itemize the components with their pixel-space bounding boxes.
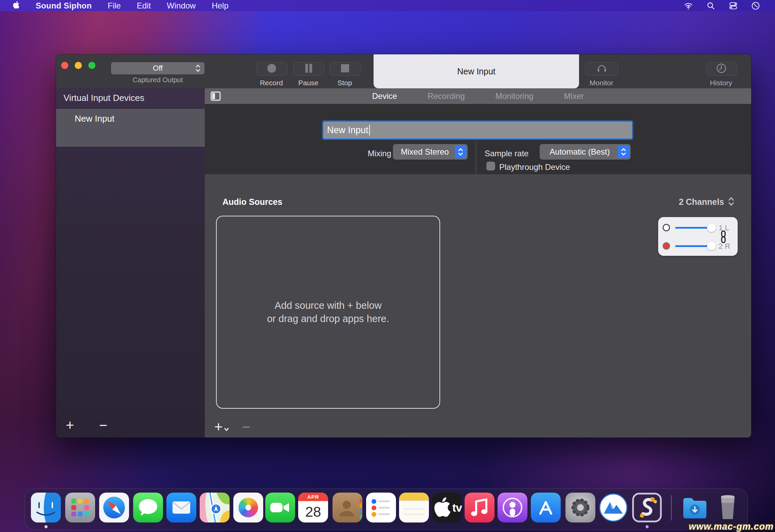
dock-launchpad-icon[interactable]: [65, 493, 95, 522]
channel-1-slider-knob[interactable]: [707, 223, 716, 232]
menu-help[interactable]: Help: [212, 1, 228, 11]
dock-podcasts-icon[interactable]: [498, 493, 527, 522]
dock-notes-icon[interactable]: [399, 493, 429, 522]
plus-icon: +: [214, 420, 223, 434]
calendar-month: APR: [298, 493, 328, 501]
dock-contacts-icon[interactable]: [332, 493, 362, 522]
clock-icon[interactable]: [751, 1, 760, 10]
record-icon: [266, 63, 277, 75]
sample-rate-popup[interactable]: Automatic (Best): [540, 144, 631, 160]
channel-link-icon[interactable]: [720, 230, 726, 245]
dock-finder-icon[interactable]: [31, 493, 61, 522]
audio-sources-title: Audio Sources: [222, 197, 282, 207]
dock-app-store-icon[interactable]: [531, 493, 561, 522]
plus-icon: +: [66, 418, 74, 432]
dock-system-preferences-icon[interactable]: [565, 493, 595, 522]
playthrough-label: Playthrough Device: [499, 162, 570, 172]
dock-separator: [671, 495, 672, 520]
dock-music-icon[interactable]: [465, 493, 494, 522]
menu-edit[interactable]: Edit: [137, 1, 151, 11]
channel-2-slider-knob[interactable]: [707, 242, 716, 250]
dock-sound-siphon-icon[interactable]: [632, 493, 662, 522]
dock-calendar-icon[interactable]: APR 28: [298, 493, 328, 522]
audio-sources-panel: Audio Sources 2 Channels Add source with…: [205, 174, 751, 438]
tab-monitoring[interactable]: Monitoring: [495, 89, 534, 103]
sidebar-section-header: Virtual Input Devices: [56, 88, 205, 108]
pause-button[interactable]: [293, 62, 324, 76]
mixing-popup[interactable]: Mixed Stereo: [393, 144, 468, 160]
desktop: Sound Siphon File Edit Window Help: [0, 0, 775, 532]
history-button[interactable]: [706, 62, 737, 76]
add-device-button[interactable]: +: [61, 417, 79, 433]
sound-siphon-running-indicator: [646, 525, 649, 528]
dock-downloads-folder-icon[interactable]: [680, 493, 710, 522]
channel-1-indicator[interactable]: [663, 224, 670, 231]
sidebar-item-new-input[interactable]: New Input: [56, 109, 205, 147]
menu-file[interactable]: File: [108, 1, 121, 11]
document-tab-new-input[interactable]: New Input: [374, 54, 579, 88]
close-window-button[interactable]: [61, 62, 68, 69]
sources-drop-zone[interactable]: Add source with + below or drag and drop…: [216, 216, 440, 409]
pause-label: Pause: [293, 79, 324, 87]
popup-stepper-icon: [195, 64, 201, 75]
tab-device[interactable]: Device: [372, 89, 398, 103]
view-tabs: Device Recording Monitoring Mixer: [205, 88, 751, 104]
sidebar: Virtual Input Devices New Input + −: [56, 88, 205, 438]
stop-icon: [340, 63, 350, 75]
device-panel: New Input Mixing Mixed Stereo Sample rat…: [205, 104, 751, 174]
device-name-input[interactable]: New Input: [323, 122, 632, 139]
remove-source-button[interactable]: −: [242, 420, 251, 434]
form-divider: [476, 142, 476, 175]
sound-siphon-window: Off Captured Output Record Pause Stop: [56, 54, 751, 438]
stop-label: Stop: [329, 79, 360, 87]
headphones-icon: [596, 63, 608, 75]
tv-label: tv: [452, 501, 462, 514]
window-toolbar: Off Captured Output Record Pause Stop: [56, 54, 751, 88]
drop-hint-line2: or drag and drop apps here.: [267, 313, 389, 324]
monitor-label: Monitor: [586, 79, 617, 87]
channel-2-indicator[interactable]: [663, 242, 670, 250]
dock-photos-icon[interactable]: [233, 493, 263, 522]
dock-trash-icon[interactable]: [713, 493, 743, 522]
captured-output-label: Captured Output: [111, 76, 204, 84]
dock-safari-icon[interactable]: [99, 493, 129, 522]
dock-reminders-icon[interactable]: [366, 493, 396, 522]
finder-running-indicator: [44, 525, 48, 528]
dock-app-cleaner-icon[interactable]: [598, 493, 628, 522]
sample-rate-label: Sample rate: [485, 149, 528, 158]
pause-icon: [303, 63, 314, 75]
menu-app-name[interactable]: Sound Siphon: [36, 1, 92, 11]
minus-icon: −: [99, 418, 108, 432]
apple-menu-icon[interactable]: [12, 0, 20, 11]
dock-facetime-icon[interactable]: [265, 493, 295, 522]
popup-stepper-icon: [455, 145, 466, 158]
minus-icon: −: [242, 419, 251, 435]
zoom-window-button[interactable]: [88, 62, 95, 69]
tab-recording[interactable]: Recording: [427, 89, 465, 103]
dock-apple-tv-icon[interactable]: tv: [432, 493, 462, 522]
drop-hint-line1: Add source with + below: [274, 300, 381, 311]
sources-actions: + −: [214, 420, 250, 434]
channel-meter-panel: 1 L 2 R: [658, 217, 738, 256]
menu-window[interactable]: Window: [167, 1, 196, 11]
spotlight-search-icon[interactable]: [706, 1, 715, 10]
channels-stepper[interactable]: [727, 196, 735, 208]
monitor-button[interactable]: [585, 62, 618, 76]
add-source-button[interactable]: +: [214, 420, 229, 434]
dock-mail-icon[interactable]: [166, 493, 196, 522]
text-caret: [369, 125, 370, 136]
captured-output-popup[interactable]: Off: [111, 62, 204, 74]
record-button[interactable]: [256, 62, 287, 76]
control-center-icon[interactable]: [729, 1, 738, 10]
remove-device-button[interactable]: −: [94, 417, 112, 433]
minimize-window-button[interactable]: [75, 62, 82, 69]
tab-mixer[interactable]: Mixer: [563, 89, 585, 103]
stop-button[interactable]: [329, 62, 361, 76]
dock-messages-icon[interactable]: [133, 493, 163, 522]
playthrough-checkbox[interactable]: [486, 162, 495, 171]
popup-stepper-icon: [618, 145, 629, 158]
wifi-alert-icon[interactable]: [684, 1, 693, 10]
mixing-label: Mixing: [361, 149, 391, 158]
calendar-day: 28: [298, 501, 328, 522]
dock-maps-icon[interactable]: [200, 493, 230, 522]
